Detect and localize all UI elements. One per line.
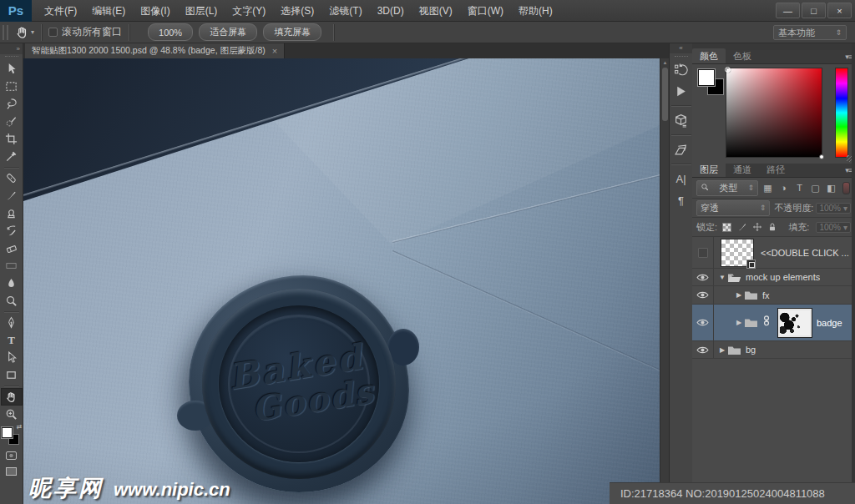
menu-edit[interactable]: 编辑(E) <box>84 0 133 22</box>
maximize-button[interactable]: □ <box>802 3 826 18</box>
blur-tool[interactable] <box>1 275 23 292</box>
canvas-vertical-scrollbar[interactable]: ▲ ▼ <box>660 58 669 504</box>
type-tool[interactable]: T <box>1 331 23 349</box>
color-picker-marker[interactable] <box>725 67 731 73</box>
panel-menu-icon[interactable]: ▾≡ <box>845 53 852 61</box>
foreground-color-swatch[interactable] <box>698 69 715 86</box>
workspace-switcher[interactable]: 基本功能 ⇕ <box>773 25 847 40</box>
dodge-tool[interactable] <box>1 292 23 310</box>
eraser-tool[interactable] <box>1 239 23 257</box>
actions-panel-icon[interactable] <box>670 80 692 102</box>
foreground-color-swatch[interactable] <box>2 427 13 438</box>
layer-row-group[interactable]: ▶ fx <box>692 286 855 305</box>
menu-select[interactable]: 选择(S) <box>273 0 321 22</box>
visibility-toggle[interactable] <box>692 269 714 285</box>
menu-file[interactable]: 文件(F) <box>37 0 84 22</box>
menu-3d[interactable]: 3D(D) <box>370 0 412 22</box>
current-tool-indicator[interactable]: ▾ <box>15 25 34 39</box>
opacity-field[interactable]: 100% ▾ <box>816 203 851 214</box>
tab-close-icon[interactable]: × <box>272 46 277 56</box>
lock-transparent-pixels-icon[interactable] <box>721 221 732 233</box>
document-tab[interactable]: 智能贴图1300 2000 1500.psd @ 48.8% (badge, 图… <box>25 43 285 58</box>
filter-smart-object-icon[interactable]: ◧ <box>825 183 837 194</box>
brush-tool[interactable] <box>1 187 23 204</box>
fill-field[interactable]: 100% ▾ <box>816 222 851 233</box>
blend-mode-dropdown[interactable]: 穿透 ⇕ <box>696 200 770 216</box>
3d-panel-icon[interactable] <box>670 109 692 131</box>
layer-row-badge-selected[interactable]: ▶ badge <box>692 305 855 341</box>
quick-mask-button[interactable] <box>1 447 23 463</box>
clone-stamp-tool[interactable] <box>1 204 23 222</box>
minimize-button[interactable]: — <box>776 3 800 18</box>
visibility-toggle[interactable] <box>692 286 714 304</box>
crop-tool[interactable] <box>1 130 23 148</box>
rectangle-tool[interactable] <box>1 366 23 384</box>
layer-row-group[interactable]: ▶ bg <box>692 341 855 359</box>
history-panel-icon[interactable] <box>670 58 692 80</box>
filter-pixel-layers-icon[interactable]: ▦ <box>761 183 774 194</box>
menu-image[interactable]: 图像(I) <box>133 0 177 22</box>
dock-collapse-chevron[interactable]: « <box>670 43 692 53</box>
canvas[interactable]: Baked Goods 昵享网 www.nipic.cn <box>23 58 660 504</box>
lasso-tool[interactable] <box>1 95 23 113</box>
fit-screen-button[interactable]: 适合屏幕 <box>199 23 257 41</box>
mask-link-icon[interactable] <box>762 315 773 330</box>
tab-channels[interactable]: 通道 <box>726 162 759 177</box>
tab-swatches[interactable]: 色板 <box>726 48 759 63</box>
layer-row-smart-object[interactable]: <<DOUBLE CLICK ... <box>692 237 855 269</box>
lock-all-icon[interactable] <box>766 221 777 233</box>
group-collapsed-triangle-icon[interactable]: ▶ <box>717 346 727 354</box>
menu-layer[interactable]: 图层(L) <box>178 0 225 22</box>
eyedropper-tool[interactable] <box>1 148 23 165</box>
move-tool[interactable] <box>1 60 23 78</box>
hand-tool[interactable] <box>1 388 23 406</box>
layer-row-group[interactable]: ▼ mock up elements <box>692 269 855 286</box>
layer-filter-toggle[interactable] <box>842 182 850 194</box>
layer-thumbnail[interactable] <box>721 239 754 267</box>
visibility-toggle[interactable] <box>692 305 714 340</box>
zoom-tool[interactable] <box>1 406 23 423</box>
color-picker-dot[interactable] <box>819 154 824 159</box>
swap-colors-icon[interactable]: ⇄ <box>17 423 23 431</box>
marquee-tool[interactable] <box>1 78 23 95</box>
close-button[interactable]: × <box>827 3 852 18</box>
fill-screen-button[interactable]: 填充屏幕 <box>263 23 321 41</box>
history-brush-tool[interactable] <box>1 222 23 239</box>
menu-help[interactable]: 帮助(H) <box>511 0 560 22</box>
filter-adjustment-layers-icon[interactable]: ◑ <box>777 183 790 193</box>
menu-window[interactable]: 窗口(W) <box>460 0 511 22</box>
quick-selection-tool[interactable] <box>1 113 23 130</box>
menu-view[interactable]: 视图(V) <box>412 0 460 22</box>
group-collapsed-triangle-icon[interactable]: ▶ <box>734 291 744 299</box>
saturation-brightness-field[interactable] <box>726 68 822 158</box>
tab-paths[interactable]: 路径 <box>759 162 792 177</box>
tab-color[interactable]: 颜色 <box>692 48 726 63</box>
panel-menu-icon[interactable]: ▾≡ <box>845 166 852 174</box>
tools-collapse-chevron[interactable]: » <box>0 43 23 54</box>
path-selection-tool[interactable] <box>1 349 23 366</box>
character-panel-icon[interactable]: A| <box>670 168 692 189</box>
tab-layers[interactable]: 图层 <box>692 162 726 177</box>
healing-brush-tool[interactable] <box>1 169 23 187</box>
screen-mode-button[interactable] <box>1 463 23 479</box>
layer-mask-thumbnail[interactable] <box>778 309 812 337</box>
filter-shape-layers-icon[interactable]: ▢ <box>809 183 822 194</box>
scrollbar-thumb[interactable] <box>662 68 668 121</box>
styles-panel-icon[interactable] <box>670 139 692 160</box>
filter-type-dropdown[interactable]: 类型 ⇕ <box>696 180 758 196</box>
scroll-all-windows-checkbox[interactable] <box>48 28 58 37</box>
zoom-100-button[interactable]: 100% <box>148 23 193 41</box>
menu-filter[interactable]: 滤镜(T) <box>321 0 369 22</box>
filter-type-layers-icon[interactable]: T <box>793 183 806 193</box>
gradient-tool[interactable] <box>1 257 23 275</box>
menu-type[interactable]: 文字(Y) <box>225 0 273 22</box>
visibility-toggle[interactable] <box>692 237 714 268</box>
paragraph-panel-icon[interactable]: ¶ <box>670 189 692 211</box>
pen-tool[interactable] <box>1 314 23 331</box>
lock-image-pixels-icon[interactable] <box>736 221 747 233</box>
hue-slider[interactable] <box>835 68 848 158</box>
group-expanded-triangle-icon[interactable]: ▼ <box>717 274 727 281</box>
visibility-toggle[interactable] <box>692 341 714 358</box>
group-collapsed-triangle-icon[interactable]: ▶ <box>734 319 744 326</box>
lock-position-icon[interactable] <box>751 221 762 233</box>
